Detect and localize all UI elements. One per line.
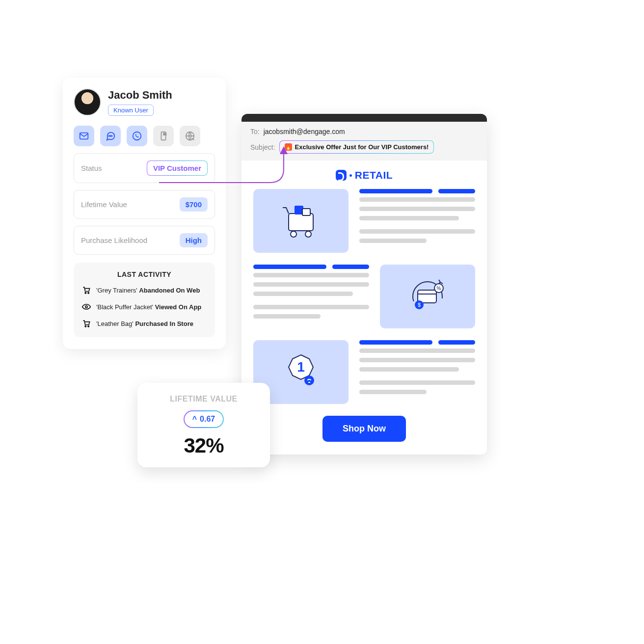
fire-icon: 🔥 bbox=[285, 143, 292, 151]
avatar bbox=[74, 88, 101, 116]
brand-dot-icon bbox=[349, 174, 352, 177]
profile-card: Jacob Smith Known User Status VIP Custom… bbox=[63, 78, 226, 349]
to-label: To: bbox=[250, 128, 260, 135]
activity-product: Leather Bag bbox=[96, 320, 134, 327]
profile-header: Jacob Smith Known User bbox=[74, 88, 215, 116]
placeholder-lines bbox=[359, 340, 475, 404]
activity-action: Abandoned On Web bbox=[139, 287, 200, 294]
placeholder-lines bbox=[253, 265, 369, 328]
svg-point-15 bbox=[305, 231, 311, 237]
email-body: RETAIL %$ bbox=[242, 161, 487, 455]
placeholder-lines bbox=[359, 189, 475, 253]
svg-point-4 bbox=[133, 132, 141, 140]
known-user-badge: Known User bbox=[108, 105, 154, 116]
activity-action: Purchased In Store bbox=[135, 320, 193, 327]
eye-icon bbox=[81, 302, 91, 312]
svg-text:$: $ bbox=[418, 302, 421, 308]
svg-point-1 bbox=[108, 135, 109, 136]
to-value: jacobsmith@dengage.com bbox=[264, 128, 345, 135]
chevron-up-icon: ^ bbox=[192, 415, 197, 424]
ltv-card: LIFETIME VALUE ^ 0.67 32% bbox=[137, 383, 270, 467]
activity-product: Grey Trainers bbox=[96, 287, 137, 294]
chat-icon[interactable] bbox=[100, 126, 121, 146]
likelihood-row: Purchase Likelihood High bbox=[74, 226, 215, 255]
brand-logo: RETAIL bbox=[253, 169, 475, 181]
push-icon[interactable] bbox=[153, 126, 174, 146]
email-header: To: jacobsmith@dengage.com Subject: 🔥 Ex… bbox=[242, 122, 487, 161]
activity-item: Leather Bag Purchased In Store bbox=[81, 319, 207, 328]
likelihood-value: High bbox=[180, 233, 208, 247]
svg-text:%: % bbox=[437, 286, 441, 291]
activity-product: Black Puffer Jacket bbox=[96, 303, 153, 311]
shop-now-button[interactable]: Shop Now bbox=[322, 416, 406, 442]
ltv-delta: 0.67 bbox=[200, 415, 215, 424]
svg-point-14 bbox=[291, 231, 296, 237]
svg-point-10 bbox=[85, 306, 87, 308]
svg-point-12 bbox=[88, 326, 89, 327]
svg-rect-6 bbox=[163, 133, 166, 136]
svg-point-2 bbox=[110, 135, 111, 136]
last-activity-title: LAST ACTIVITY bbox=[81, 270, 207, 278]
svg-text:1: 1 bbox=[297, 359, 305, 375]
activity-action: Viewed On App bbox=[155, 303, 202, 311]
email-preview: To: jacobsmith@dengage.com Subject: 🔥 Ex… bbox=[242, 114, 487, 455]
svg-point-27 bbox=[304, 376, 314, 385]
ltv-percent: 32% bbox=[148, 434, 259, 457]
subject-label: Subject: bbox=[250, 143, 275, 151]
email-icon[interactable] bbox=[74, 126, 94, 146]
web-icon[interactable] bbox=[180, 126, 200, 146]
subject-value: Exclusive Offer Just for Our VIP Custome… bbox=[295, 143, 429, 151]
channel-row bbox=[74, 126, 215, 146]
cart-icon bbox=[81, 285, 91, 295]
status-badge: VIP Customer bbox=[147, 161, 208, 176]
content-row: 1 bbox=[253, 340, 475, 404]
activity-item: Black Puffer Jacket Viewed On App bbox=[81, 302, 207, 312]
ltv-label: Lifetime Value bbox=[81, 200, 127, 209]
svg-point-9 bbox=[88, 293, 89, 294]
brand-mark-icon bbox=[336, 170, 347, 181]
svg-rect-13 bbox=[289, 214, 313, 231]
discount-illustration: %$ bbox=[380, 265, 475, 328]
whatsapp-icon[interactable] bbox=[127, 126, 147, 146]
cart-icon bbox=[81, 319, 91, 328]
ltv-row: Lifetime Value $700 bbox=[74, 190, 215, 219]
ltv-delta-pill: ^ 0.67 bbox=[184, 410, 224, 428]
content-row: %$ bbox=[253, 265, 475, 328]
profile-name: Jacob Smith bbox=[108, 89, 172, 102]
last-activity: LAST ACTIVITY Grey Trainers Abandoned On… bbox=[74, 263, 215, 337]
svg-rect-17 bbox=[302, 209, 310, 215]
content-row bbox=[253, 189, 475, 253]
svg-point-8 bbox=[85, 293, 86, 294]
email-titlebar bbox=[242, 114, 487, 122]
ltv-card-title: LIFETIME VALUE bbox=[148, 395, 259, 403]
svg-point-3 bbox=[111, 135, 112, 136]
ltv-value: $700 bbox=[180, 197, 208, 212]
status-row: Status VIP Customer bbox=[74, 153, 215, 183]
subject-pill: 🔥 Exclusive Offer Just for Our VIP Custo… bbox=[279, 140, 434, 154]
cart-illustration bbox=[253, 189, 349, 253]
svg-point-11 bbox=[85, 326, 86, 327]
activity-item: Grey Trainers Abandoned On Web bbox=[81, 285, 207, 295]
brand-text: RETAIL bbox=[355, 169, 393, 181]
status-label: Status bbox=[81, 164, 102, 172]
likelihood-label: Purchase Likelihood bbox=[81, 236, 147, 244]
